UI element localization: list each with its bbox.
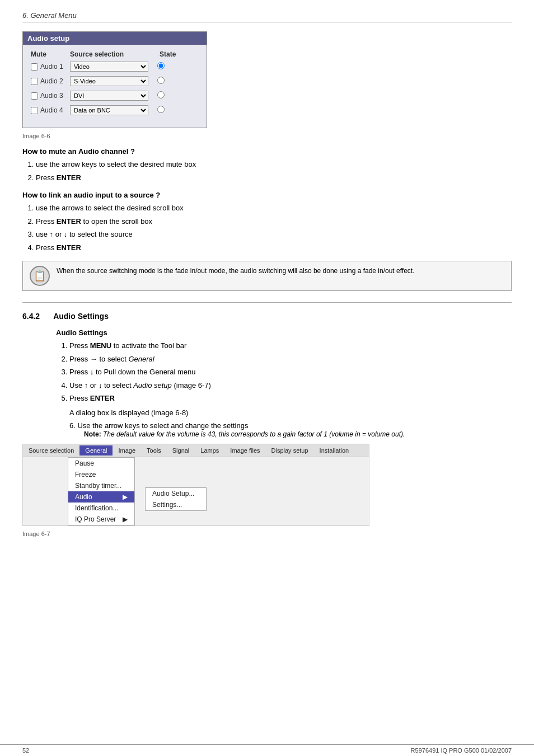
note-icon: 📋 xyxy=(30,266,50,286)
section-link: How to link an audio input to a source ?… xyxy=(22,191,512,253)
col-state-header: State xyxy=(160,50,193,58)
subsection-body: Audio Settings Press MENU to activate th… xyxy=(56,328,512,438)
section1-step2-bold: ENTER xyxy=(57,173,81,182)
col-source-header: Source selection xyxy=(70,50,160,58)
section1-heading: How to mute an Audio channel ? xyxy=(22,147,512,156)
menu-image[interactable]: Image xyxy=(113,445,141,456)
subsection-inner-title: Audio Settings xyxy=(56,328,512,337)
page-footer: 52 R5976491 IQ PRO G500 01/02/2007 xyxy=(0,744,534,756)
menu-body: Pause Freeze Standby timer... Audio ▶ Id… xyxy=(23,457,369,525)
sub-step3: Press ↓ to Pull down the General menu xyxy=(69,367,512,378)
menu-lamps[interactable]: Lamps xyxy=(195,445,224,456)
sub-step5-bold: ENTER xyxy=(90,394,115,402)
audio4-state-radio[interactable] xyxy=(157,106,165,115)
section2-step4: Press ENTER xyxy=(36,242,512,253)
sub-step5: Press ENTER xyxy=(69,393,512,404)
audio4-label: Audio 4 xyxy=(40,106,63,114)
menu-general[interactable]: General xyxy=(79,445,113,456)
audio3-checkbox[interactable] xyxy=(31,92,38,100)
general-dropdown: Pause Freeze Standby timer... Audio ▶ Id… xyxy=(68,457,135,525)
audio2-source-select[interactable]: Video S-Video DVI Data on BNC xyxy=(70,76,148,86)
audio4-checkbox-label[interactable]: Audio 4 xyxy=(31,106,70,114)
menu-top-bar: Source selection General Image Tools Sig… xyxy=(23,444,369,457)
image-caption-1: Image 6-6 xyxy=(22,133,512,139)
section2-heading: How to link an audio input to a source ? xyxy=(22,191,512,199)
dropdown-standby[interactable]: Standby timer... xyxy=(68,480,134,491)
section1-step2: Press ENTER xyxy=(36,172,512,184)
audio-arrow-icon: ▶ xyxy=(123,493,128,501)
section1-step1-text: use the arrow keys to select the desired… xyxy=(36,160,196,168)
section2-steps: use the arrows to select the desired scr… xyxy=(36,203,512,253)
dropdown-iq-pro[interactable]: IQ Pro Server ▶ xyxy=(68,514,134,525)
audio3-checkbox-label[interactable]: Audio 3 xyxy=(31,92,70,100)
dropdown-identification[interactable]: Identification... xyxy=(68,503,134,514)
dialog-title: Audio setup xyxy=(23,32,207,45)
menu-signal[interactable]: Signal xyxy=(167,445,195,456)
section-mute: How to mute an Audio channel ? use the a… xyxy=(22,147,512,183)
menu-installation[interactable]: Installation xyxy=(314,445,355,456)
audio1-source-select[interactable]: Video S-Video DVI Data on BNC xyxy=(70,62,148,72)
sub-step4: Use ↑ or ↓ to select Audio setup (image … xyxy=(69,380,512,391)
audio3-state-radio[interactable] xyxy=(157,91,165,100)
chapter-title: 6. General Menu xyxy=(22,11,77,20)
sub-step1: Press MENU to activate the Tool bar xyxy=(69,340,512,351)
note-box: 📋 When the source switching mode is the … xyxy=(22,261,512,291)
subsection-title: Audio Settings xyxy=(53,312,109,321)
section2-step1: use the arrows to select the desired scr… xyxy=(36,203,512,214)
section2-step2: Press ENTER to open the scroll box xyxy=(36,216,512,227)
image-caption-2: Image 6-7 xyxy=(22,530,512,537)
page-number: 52 xyxy=(22,747,29,754)
section2-step3: use ↑ or ↓ to select the source xyxy=(36,229,512,240)
dropdown-panel: Pause Freeze Standby timer... Audio ▶ Id… xyxy=(68,457,135,525)
sub-step2: Press → to select General xyxy=(69,354,512,365)
dropdown-freeze[interactable]: Freeze xyxy=(68,469,134,480)
subsection-steps: Press MENU to activate the Tool bar Pres… xyxy=(69,340,512,404)
sub-step4-italic: Audio setup xyxy=(133,381,172,389)
section1-step1: use the arrow keys to select the desired… xyxy=(36,159,512,170)
audio-row-4: Audio 4 Video S-Video DVI Data on BNC xyxy=(31,105,199,115)
section2-step4-bold: ENTER xyxy=(57,243,81,252)
page-header: 6. General Menu xyxy=(22,11,512,22)
audio1-checkbox-label[interactable]: Audio 1 xyxy=(31,63,70,71)
audio-row-1: Audio 1 Video S-Video DVI Data on BNC xyxy=(31,62,199,72)
submenu-settings[interactable]: Settings... xyxy=(146,499,206,510)
menu-image-files[interactable]: Image files xyxy=(224,445,265,456)
section1-step2-prefix: Press xyxy=(36,173,57,182)
step6-note-label: Note: xyxy=(84,430,101,438)
section-divider xyxy=(22,302,512,303)
sub-step1-bold: MENU xyxy=(90,341,111,350)
iqpro-arrow-icon: ▶ xyxy=(123,515,128,523)
dropdown-pause[interactable]: Pause xyxy=(68,458,134,469)
audio2-state-radio[interactable] xyxy=(157,77,165,86)
section1-steps: use the arrow keys to select the desired… xyxy=(36,159,512,183)
subsection-642: 6.4.2 Audio Settings Audio Settings Pres… xyxy=(22,312,512,537)
audio3-source-select[interactable]: Video S-Video DVI Data on BNC xyxy=(70,91,148,101)
note-text: When the source switching mode is the fa… xyxy=(57,266,415,276)
audio-row-3: Audio 3 Video S-Video DVI Data on BNC xyxy=(31,91,199,101)
audio1-state-radio[interactable] xyxy=(157,62,165,71)
audio2-label: Audio 2 xyxy=(40,77,63,85)
audio-row-2: Audio 2 Video S-Video DVI Data on BNC xyxy=(31,76,199,86)
audio-setup-dialog: Audio setup Mute Source selection State … xyxy=(22,31,207,128)
sub-step2-italic: General xyxy=(128,355,154,363)
step6-note-text: The default value for the volume is 43, … xyxy=(103,430,405,438)
audio2-checkbox-label[interactable]: Audio 2 xyxy=(31,77,70,85)
sub-step6: 6. Use the arrow keys to select and chan… xyxy=(56,421,512,438)
audio1-label: Audio 1 xyxy=(40,63,63,71)
menu-source-selection[interactable]: Source selection xyxy=(23,445,79,456)
audio2-checkbox[interactable] xyxy=(31,78,38,85)
audio3-label: Audio 3 xyxy=(40,92,63,100)
menu-screenshot: Source selection General Image Tools Sig… xyxy=(22,444,369,526)
audio4-source-select[interactable]: Video S-Video DVI Data on BNC xyxy=(70,105,148,115)
audio1-checkbox[interactable] xyxy=(31,63,38,71)
dropdown-audio[interactable]: Audio ▶ xyxy=(68,491,134,503)
dialog-content: Mute Source selection State Audio 1 Vide… xyxy=(23,45,207,128)
subsection-number: 6.4.2 xyxy=(22,312,40,321)
dialog-header-row: Mute Source selection State xyxy=(31,50,199,58)
col-mute-header: Mute xyxy=(31,50,70,58)
footer-right: R5976491 IQ PRO G500 01/02/2007 xyxy=(411,747,512,754)
menu-display-setup[interactable]: Display setup xyxy=(266,445,314,456)
menu-tools[interactable]: Tools xyxy=(141,445,167,456)
audio4-checkbox[interactable] xyxy=(31,107,38,114)
submenu-audio-setup[interactable]: Audio Setup... xyxy=(146,488,206,499)
